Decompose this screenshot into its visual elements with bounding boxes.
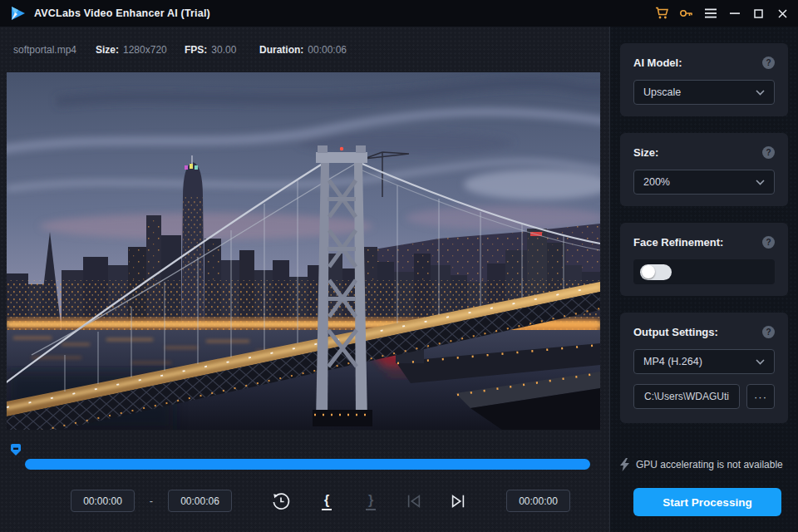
question-icon[interactable]: ?	[762, 57, 775, 69]
face-refinement-toggle[interactable]	[640, 264, 672, 280]
chevron-down-icon	[756, 180, 765, 185]
ai-model-label: AI Model:	[633, 57, 682, 69]
face-refinement-panel: Face Refinement: ?	[620, 223, 788, 296]
output-format-dropdown[interactable]: MP4 (H.264)	[633, 349, 775, 374]
video-preview-art	[7, 72, 600, 430]
video-preview[interactable]	[7, 72, 600, 430]
reset-clock-icon[interactable]	[270, 490, 292, 512]
output-format-value: MP4 (H.264)	[643, 356, 702, 367]
title-bar: AVCLabs Video Enhancer AI (Trial)	[0, 0, 798, 27]
lightning-icon	[620, 458, 629, 471]
menu-icon[interactable]	[698, 0, 722, 27]
app-window: AVCLabs Video Enhancer AI (Trial)	[0, 0, 798, 532]
current-time-field[interactable]: 00:00:00	[506, 490, 570, 512]
media-size: Size: 1280x720	[96, 44, 167, 57]
media-filename: softportal.mp4	[13, 44, 76, 57]
fps-value: 30.00	[211, 44, 236, 57]
output-settings-panel: Output Settings: ? MP4 (H.264) C:\Users\…	[620, 313, 788, 423]
size-dropdown[interactable]: 200%	[633, 170, 775, 195]
duration-value: 00:00:06	[308, 44, 347, 57]
ai-model-panel: AI Model: ? Upscale	[620, 43, 788, 116]
toggle-knob	[642, 265, 655, 278]
maximize-icon[interactable]	[746, 0, 771, 27]
fps-label: FPS:	[185, 44, 207, 57]
face-refinement-toggle-row	[633, 259, 775, 284]
trim-start-field[interactable]: 00:00:00	[71, 490, 135, 512]
chevron-down-icon	[756, 90, 765, 96]
gpu-status-text: GPU accelerating is not available	[636, 459, 783, 470]
trim-start-icon[interactable]: {	[318, 490, 336, 513]
size-value: 200%	[643, 176, 670, 188]
filename-text: softportal.mp4	[13, 44, 76, 57]
cart-icon[interactable]	[650, 0, 674, 27]
previous-frame-icon[interactable]	[405, 492, 423, 510]
range-separator: -	[143, 490, 160, 512]
face-refinement-label: Face Refinement:	[633, 236, 723, 249]
timeline-progress-bar[interactable]	[25, 459, 590, 470]
media-fps: FPS: 30.00	[185, 44, 236, 57]
question-icon[interactable]: ?	[762, 236, 775, 249]
media-duration: Duration: 00:00:06	[259, 44, 347, 57]
start-processing-button[interactable]: Start Processing	[633, 488, 781, 516]
next-frame-icon[interactable]	[449, 492, 467, 510]
browse-button[interactable]: ···	[746, 384, 775, 409]
playhead-marker-icon[interactable]	[10, 443, 22, 457]
trim-end-field[interactable]: 00:00:06	[168, 490, 232, 512]
ai-model-dropdown[interactable]: Upscale	[633, 80, 775, 105]
size-label: Size:	[96, 44, 119, 57]
question-icon[interactable]: ?	[762, 146, 775, 159]
minimize-icon[interactable]	[722, 0, 746, 27]
size-panel: Size: ? 200%	[620, 133, 788, 206]
trim-end-icon[interactable]: }	[362, 490, 380, 513]
output-path-field[interactable]: C:\Users\WDAGUti	[633, 384, 740, 409]
trim-start-glyph: {	[322, 493, 332, 510]
question-icon[interactable]: ?	[762, 326, 775, 338]
close-icon[interactable]	[771, 0, 795, 27]
app-logo-icon	[10, 5, 27, 22]
size-value: 1280x720	[123, 44, 167, 57]
license-key-icon[interactable]	[674, 0, 698, 27]
duration-label: Duration:	[259, 44, 303, 57]
size-label: Size:	[633, 146, 658, 159]
window-title: AVCLabs Video Enhancer AI (Trial)	[34, 7, 210, 19]
ai-model-value: Upscale	[643, 86, 681, 98]
output-settings-label: Output Settings:	[633, 326, 718, 338]
gpu-status-row: GPU accelerating is not available	[620, 458, 790, 471]
chevron-down-icon	[756, 359, 765, 365]
trim-end-glyph: }	[366, 493, 376, 510]
